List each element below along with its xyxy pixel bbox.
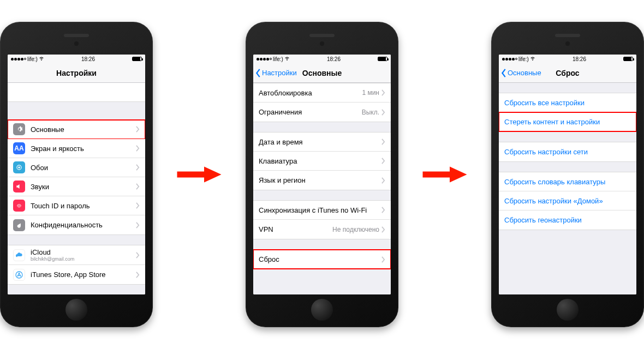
settings-row-icloud[interactable]: iCloud bilchikh@gmail.com (8, 245, 145, 265)
battery-icon (378, 57, 387, 61)
row-label: Язык и регион (259, 176, 381, 184)
row-reset-network[interactable]: Сбросить настройки сети (499, 142, 636, 161)
row-reset-keyboard[interactable]: Сбросить словарь клавиатуры (499, 172, 636, 191)
chevron-right-icon (136, 126, 140, 133)
chevron-right-icon (381, 89, 385, 96)
settings-row-privacy[interactable]: Конфиденциальность (8, 215, 145, 234)
row-vpn[interactable]: VPN Не подключено (253, 220, 391, 239)
row-keyboard[interactable]: Клавиатура (253, 152, 391, 171)
chevron-right-icon (381, 158, 385, 164)
back-button[interactable]: Основные (501, 69, 541, 77)
row-label: Сбросить все настройки (504, 99, 631, 107)
row-label: Сбросить настройки сети (504, 148, 631, 156)
row-label: Сбросить настройки «Домой» (504, 197, 631, 205)
chevron-right-icon (136, 222, 140, 228)
chevron-right-icon (136, 272, 140, 278)
row-reset-home[interactable]: Сбросить настройки «Домой» (499, 191, 636, 210)
display-icon: AA (13, 142, 25, 154)
row-label: iCloud (31, 248, 136, 256)
row-label: Сбросить геонастройки (504, 216, 631, 224)
row-reset[interactable]: Сброс (253, 250, 391, 269)
chevron-right-icon (381, 177, 385, 184)
row-label: Ограничения (259, 108, 362, 116)
iphone-mockup-1: life:) 18:26 Настройки Основные (0, 22, 153, 327)
chevron-right-icon (381, 256, 385, 263)
wifi-icon (530, 56, 535, 62)
svg-point-1 (18, 166, 20, 169)
status-bar: life:) 18:26 (8, 55, 145, 63)
cloud-icon (13, 249, 25, 261)
page-title: Настройки (56, 69, 97, 77)
chevron-right-icon (136, 202, 140, 209)
svg-point-2 (16, 272, 22, 278)
row-label: Звуки (31, 183, 136, 191)
row-erase-content[interactable]: Стереть контент и настройки (499, 112, 636, 131)
page-title: Основные (302, 69, 342, 77)
clock-label: 18:26 (327, 56, 341, 62)
wallpaper-icon (13, 161, 25, 173)
row-value: 1 мин (362, 89, 379, 97)
row-label: VPN (259, 225, 332, 233)
battery-icon (132, 57, 142, 61)
chevron-right-icon (381, 139, 385, 145)
settings-row-sounds[interactable]: Звуки (8, 177, 145, 196)
row-label: Сбросить словарь клавиатуры (504, 178, 631, 186)
chevron-right-icon (136, 183, 140, 190)
row-label: Экран и яркость (31, 145, 136, 153)
chevron-right-icon (136, 145, 140, 152)
row-label: Touch ID и пароль (31, 202, 136, 210)
hand-icon (13, 219, 25, 231)
status-bar: life:) 18:26 (253, 55, 391, 63)
back-button[interactable]: Настройки (255, 69, 297, 77)
appstore-icon (13, 269, 25, 281)
row-restrictions[interactable]: Ограничения Выкл. (253, 103, 391, 122)
row-label: Синхронизация с iTunes по Wi-Fi (259, 206, 381, 214)
settings-row-wallpaper[interactable]: Обои (8, 158, 145, 177)
sounds-icon (13, 180, 25, 192)
nav-bar: Основные Сброс (499, 63, 636, 83)
status-bar: life:) 18:26 (499, 55, 636, 63)
row-value: Не подключено (332, 226, 379, 233)
row-reset-all[interactable]: Сбросить все настройки (499, 93, 636, 112)
row-label: Конфиденциальность (31, 221, 136, 229)
row-label: Клавиатура (259, 157, 381, 165)
row-itunes-sync[interactable]: Синхронизация с iTunes по Wi-Fi (253, 201, 391, 220)
row-label: iTunes Store, App Store (31, 270, 136, 279)
row-label: Дата и время (259, 138, 381, 146)
row-sublabel: bilchikh@gmail.com (31, 256, 136, 262)
battery-icon (623, 57, 633, 61)
wifi-icon (284, 56, 290, 62)
row-label: Автоблокировка (259, 89, 362, 97)
back-label: Основные (508, 69, 541, 77)
carrier-label: life:) (273, 56, 283, 62)
page-title: Сброс (556, 69, 579, 77)
chevron-right-icon (381, 207, 385, 213)
gear-icon (13, 123, 25, 135)
arrow-right-icon (420, 164, 469, 185)
carrier-label: life:) (27, 56, 38, 62)
wifi-icon (39, 56, 44, 62)
row-autolock[interactable]: Автоблокировка 1 мин (253, 83, 391, 103)
back-label: Настройки (262, 69, 297, 77)
row-datetime[interactable]: Дата и время (253, 133, 391, 152)
fingerprint-icon (13, 200, 25, 212)
carrier-label: life:) (518, 56, 529, 62)
row-label: Обои (31, 164, 136, 172)
row-reset-location[interactable]: Сбросить геонастройки (499, 210, 636, 230)
chevron-right-icon (381, 226, 385, 233)
row-language[interactable]: Язык и регион (253, 171, 391, 190)
settings-row-itunes[interactable]: iTunes Store, App Store (8, 265, 145, 284)
chevron-right-icon (381, 109, 385, 116)
settings-row-general[interactable]: Основные (8, 120, 145, 139)
settings-row-display[interactable]: AA Экран и яркость (8, 139, 145, 158)
nav-bar: Настройки (8, 63, 145, 83)
chevron-right-icon (136, 164, 140, 171)
settings-row-touchid[interactable]: Touch ID и пароль (8, 196, 145, 215)
row-label: Сброс (259, 255, 381, 263)
nav-bar: Настройки Основные (253, 63, 391, 83)
clock-label: 18:26 (573, 56, 586, 62)
iphone-mockup-2: life:) 18:26 Настройки Основные Автоблок… (246, 22, 398, 327)
iphone-mockup-3: life:) 18:26 Основные Сброс Сбросить все… (491, 22, 644, 327)
row-label: Стереть контент и настройки (504, 118, 631, 126)
row-value: Выкл. (362, 109, 379, 116)
